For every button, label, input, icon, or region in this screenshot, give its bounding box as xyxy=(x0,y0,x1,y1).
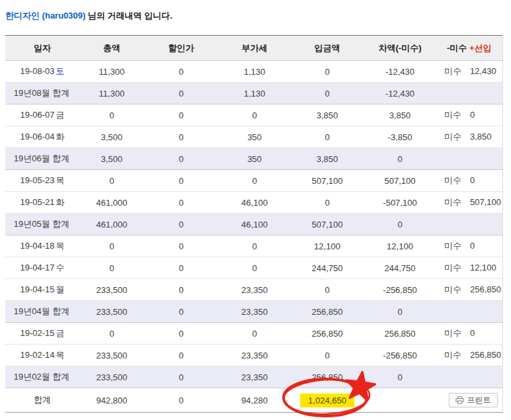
table-row: 19-08-03토 11,300 0 1,130 0 -12,430 미수12,… xyxy=(5,61,502,83)
user-name: 한디자인 (haru0309) xyxy=(5,11,85,21)
table-row: 19년02월 합계 233,500 0 23,350 256,850 0 xyxy=(5,366,502,388)
printer-icon xyxy=(455,396,464,404)
page-title: 한디자인 (haru0309) 님의 거래내역 입니다. xyxy=(5,10,511,22)
table-row: 19년04월 합계 233,500 0 23,350 256,850 0 xyxy=(5,301,502,323)
cell-vat: 23,350 xyxy=(218,279,291,301)
cell-diff: 0 xyxy=(364,214,436,235)
cell-discount: 0 xyxy=(144,105,218,126)
col-header-total: 총액 xyxy=(79,36,144,61)
misu-value: 12,100 xyxy=(470,263,496,273)
total-row: 합계 942,800 0 94,280 1,024,650 프린트 xyxy=(5,388,502,413)
misu-value: 0 xyxy=(470,175,475,185)
table-row: 19-02-14목 233,500 0 23,350 0 -256,850 미수… xyxy=(5,345,502,366)
cell-discount: 0 xyxy=(144,366,218,388)
cell-diff: 244,750 xyxy=(364,257,436,279)
cell-diff: -12,430 xyxy=(364,61,436,83)
cell-discount: 0 xyxy=(144,192,218,214)
col-header-deposit: 입금액 xyxy=(291,36,364,61)
total-discount-cell: 0 xyxy=(144,388,218,413)
cell-diff: 0 xyxy=(364,301,436,323)
cell-deposit: 256,850 xyxy=(291,323,364,345)
table-row: 19년05월 합계 461,000 0 46,100 507,100 0 xyxy=(5,214,502,235)
table-row: 19-02-15금 0 0 0 256,850 256,850 미수0 xyxy=(5,323,502,345)
cell-vat: 0 xyxy=(218,323,291,345)
cell-misu: 미수12,430 xyxy=(436,61,502,83)
cell-total: 0 xyxy=(79,257,144,279)
cell-discount: 0 xyxy=(144,61,218,83)
page-title-text: 님의 거래내역 입니다. xyxy=(85,11,172,21)
misu-label: 미수 xyxy=(444,132,461,142)
weekday-label: 목 xyxy=(56,175,65,185)
table-row: 19-04-17수 0 0 0 244,750 244,750 미수12,100 xyxy=(5,257,502,279)
cell-deposit: 0 xyxy=(291,126,364,148)
cell-deposit: 507,100 xyxy=(291,170,364,192)
total-label-cell: 합계 xyxy=(5,388,79,413)
misu-value: 0 xyxy=(470,110,475,120)
cell-date: 19년04월 합계 xyxy=(5,301,79,323)
cell-vat: 1,130 xyxy=(218,83,291,105)
total-diff-cell xyxy=(364,388,436,413)
cell-date: 19-06-04화 xyxy=(5,126,79,148)
misu-value: 3,850 xyxy=(470,132,492,142)
highlighted-total-deposit: 1,024,650 xyxy=(300,394,354,407)
misu-value: 0 xyxy=(470,241,475,251)
cell-diff: -3,850 xyxy=(364,126,436,148)
cell-total: 461,000 xyxy=(79,192,144,214)
cell-vat: 350 xyxy=(218,126,291,148)
cell-date: 19-02-14목 xyxy=(5,345,79,366)
cell-vat: 23,350 xyxy=(218,366,291,388)
cell-vat: 0 xyxy=(218,105,291,126)
cell-misu: 미수507,100 xyxy=(436,192,502,214)
col-header-date: 일자 xyxy=(5,36,79,61)
cell-date: 19-04-15월 xyxy=(5,279,79,301)
cell-discount: 0 xyxy=(144,235,218,257)
total-amount-cell: 942,800 xyxy=(79,388,144,413)
cell-total: 233,500 xyxy=(79,366,144,388)
misu-value: 12,430 xyxy=(470,66,496,76)
cell-misu: 미수256,850 xyxy=(436,345,502,366)
cell-misu: 미수0 xyxy=(436,323,502,345)
weekday-label: 월 xyxy=(56,284,65,294)
table-row: 19-06-04화 3,500 0 350 0 -3,850 미수3,850 xyxy=(5,126,502,148)
weekday-label: 토 xyxy=(56,66,65,76)
cell-total: 461,000 xyxy=(79,214,144,235)
table-row: 19-06-07금 0 0 0 3,850 3,850 미수0 xyxy=(5,105,502,126)
cell-date: 19-04-17수 xyxy=(5,257,79,279)
cell-discount: 0 xyxy=(144,279,218,301)
cell-deposit: 0 xyxy=(291,83,364,105)
print-button[interactable]: 프린트 xyxy=(449,393,498,407)
cell-date: 19년02월 합계 xyxy=(5,366,79,388)
cell-total: 233,500 xyxy=(79,345,144,366)
total-tbody: 합계 942,800 0 94,280 1,024,650 프린트 xyxy=(5,388,502,413)
cell-misu: 미수12,100 xyxy=(436,257,502,279)
cell-vat: 0 xyxy=(218,257,291,279)
cell-diff: -507,100 xyxy=(364,192,436,214)
cell-discount: 0 xyxy=(144,345,218,366)
cell-date: 19-08-03토 xyxy=(5,61,79,83)
cell-diff: 3,850 xyxy=(364,105,436,126)
cell-date: 19년08월 합계 xyxy=(5,83,79,105)
weekday-label: 목 xyxy=(56,241,65,251)
misu-label: 미수 xyxy=(444,66,461,76)
misu-value: 256,850 xyxy=(470,350,501,360)
cell-deposit: 3,850 xyxy=(291,148,364,170)
cell-deposit: 0 xyxy=(291,345,364,366)
cell-deposit: 244,750 xyxy=(291,257,364,279)
cell-vat: 46,100 xyxy=(218,214,291,235)
cell-diff: 0 xyxy=(364,366,436,388)
cell-misu xyxy=(436,301,502,323)
cell-deposit: 507,100 xyxy=(291,214,364,235)
cell-total: 11,300 xyxy=(79,61,144,83)
cell-diff: 256,850 xyxy=(364,323,436,345)
cell-misu xyxy=(436,366,502,388)
cell-discount: 0 xyxy=(144,126,218,148)
cell-discount: 0 xyxy=(144,323,218,345)
cell-deposit: 0 xyxy=(291,61,364,83)
cell-discount: 0 xyxy=(144,170,218,192)
cell-misu: 미수0 xyxy=(436,235,502,257)
cell-date: 19-05-21화 xyxy=(5,192,79,214)
misu-label: 미수 xyxy=(444,197,461,207)
table-row: 19-05-23목 0 0 0 507,100 507,100 미수0 xyxy=(5,170,502,192)
cell-date: 19-05-23목 xyxy=(5,170,79,192)
cell-vat: 0 xyxy=(218,235,291,257)
